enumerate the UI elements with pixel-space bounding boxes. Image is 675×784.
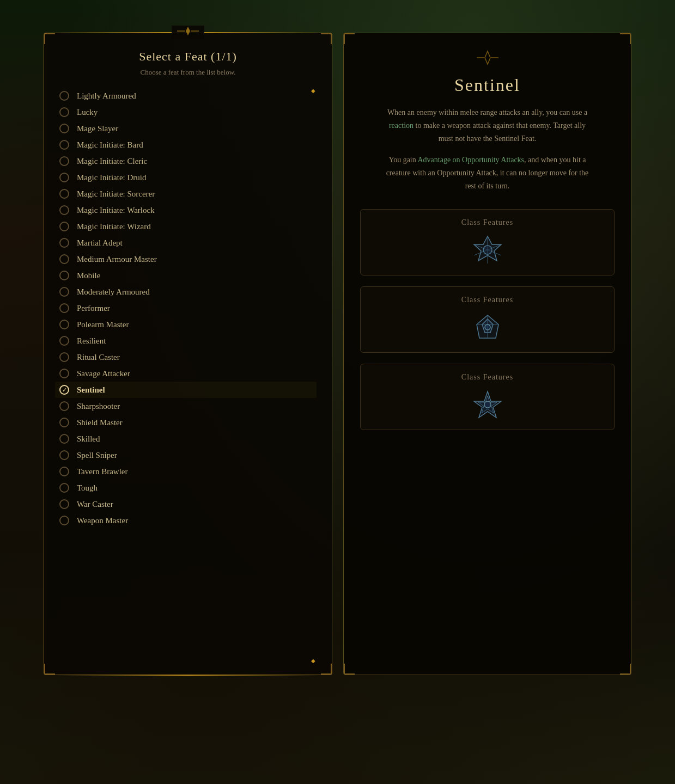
scroll-top-indicator: ◆ xyxy=(311,88,315,94)
feat-radio-18 xyxy=(59,385,69,395)
feat-radio-5 xyxy=(59,173,69,182)
feat-radio-11 xyxy=(59,271,69,280)
feat-name-12: Moderately Armoured xyxy=(77,287,150,297)
feat-radio-8 xyxy=(59,222,69,231)
class-feature-label-2: Class Features xyxy=(369,296,605,304)
class-feature-card-1: Class Features xyxy=(360,209,615,275)
feat-name-23: Tavern Brawler xyxy=(77,467,128,476)
feat-item-7[interactable]: Magic Initiate: Warlock xyxy=(55,202,317,218)
feat-radio-16 xyxy=(59,352,69,362)
feat-radio-20 xyxy=(59,418,69,427)
feat-name-3: Magic Initiate: Bard xyxy=(77,140,143,150)
feat-radio-9 xyxy=(59,238,69,248)
feat-name-16: Ritual Caster xyxy=(77,353,120,362)
panel-title: Select a Feat (1/1) xyxy=(55,50,321,64)
feat-desc-2: You gain Advantage on Opportunity Attack… xyxy=(384,154,591,192)
feat-item-16[interactable]: Ritual Caster xyxy=(55,349,317,365)
corner-tr xyxy=(321,33,332,44)
feat-item-10[interactable]: Medium Armour Master xyxy=(55,251,317,267)
feat-item-9[interactable]: Martial Adept xyxy=(55,235,317,251)
right-corner-tl xyxy=(344,33,355,44)
feat-item-17[interactable]: Savage Attacker xyxy=(55,365,317,382)
feat-radio-4 xyxy=(59,156,69,166)
svg-point-13 xyxy=(485,324,490,330)
feat-item-18[interactable]: Sentinel xyxy=(55,382,317,398)
feat-name-13: Performer xyxy=(77,304,110,313)
reaction-highlight: reaction xyxy=(389,121,413,130)
feat-detail-ornament xyxy=(477,50,498,70)
svg-marker-1 xyxy=(186,27,190,35)
class-feature-label-3: Class Features xyxy=(369,373,605,382)
feat-item-14[interactable]: Polearm Master xyxy=(55,316,317,333)
feat-radio-23 xyxy=(59,467,69,476)
svg-point-16 xyxy=(484,401,491,408)
panel-subtitle: Choose a feat from the list below. xyxy=(55,68,321,77)
svg-point-10 xyxy=(483,246,492,254)
feat-item-15[interactable]: Resilient xyxy=(55,333,317,349)
feat-item-19[interactable]: Sharpshooter xyxy=(55,398,317,414)
feat-item-3[interactable]: Magic Initiate: Bard xyxy=(55,137,317,153)
feat-item-26[interactable]: Weapon Master xyxy=(55,512,317,529)
class-feature-card-2: Class Features xyxy=(360,286,615,353)
feat-radio-26 xyxy=(59,516,69,525)
feat-item-24[interactable]: Tough xyxy=(55,480,317,496)
right-corner-tr xyxy=(620,33,631,44)
feat-name-0: Lightly Armoured xyxy=(77,91,136,101)
feat-item-11[interactable]: Mobile xyxy=(55,267,317,284)
feat-item-23[interactable]: Tavern Brawler xyxy=(55,463,317,480)
feat-name-6: Magic Initiate: Sorcerer xyxy=(77,189,155,199)
feat-name-24: Tough xyxy=(77,483,98,493)
advantage-highlight: Advantage on Opportunity Attacks xyxy=(417,156,524,164)
feat-item-20[interactable]: Shield Master xyxy=(55,414,317,431)
right-corner-bl xyxy=(344,664,355,675)
feat-name-21: Skilled xyxy=(77,434,100,444)
feat-list: Lightly ArmouredLuckyMage SlayerMagic In… xyxy=(55,88,317,529)
class-features-section: Class Features Class Features xyxy=(360,209,615,430)
feat-item-22[interactable]: Spell Sniper xyxy=(55,447,317,463)
feat-radio-7 xyxy=(59,205,69,215)
feat-name-18: Sentinel xyxy=(77,385,105,395)
feat-name-11: Mobile xyxy=(77,271,100,280)
feat-radio-24 xyxy=(59,483,69,493)
feat-item-2[interactable]: Mage Slayer xyxy=(55,120,317,137)
feat-radio-14 xyxy=(59,320,69,329)
feat-radio-3 xyxy=(59,140,69,150)
feat-item-13[interactable]: Performer xyxy=(55,300,317,316)
feat-item-8[interactable]: Magic Initiate: Wizard xyxy=(55,218,317,235)
feat-radio-6 xyxy=(59,189,69,199)
panel-top-ornament xyxy=(172,26,204,39)
right-panel: Sentinel When an enemy within melee rang… xyxy=(343,33,631,675)
feat-radio-2 xyxy=(59,124,69,133)
feat-item-1[interactable]: Lucky xyxy=(55,104,317,120)
scroll-bottom-indicator: ◆ xyxy=(311,658,315,664)
feat-name-5: Magic Initiate: Druid xyxy=(77,173,146,182)
class-feature-icon-1 xyxy=(471,234,504,266)
class-feature-card-3: Class Features xyxy=(360,364,615,430)
feat-item-0[interactable]: Lightly Armoured xyxy=(55,88,317,104)
main-container: Select a Feat (1/1) Choose a feat from t… xyxy=(44,33,631,675)
feat-name-1: Lucky xyxy=(77,108,98,117)
feat-radio-22 xyxy=(59,450,69,460)
feat-name-26: Weapon Master xyxy=(77,516,128,525)
feat-item-25[interactable]: War Caster xyxy=(55,496,317,512)
feat-name-17: Savage Attacker xyxy=(77,369,130,378)
feat-radio-21 xyxy=(59,434,69,444)
feat-item-5[interactable]: Magic Initiate: Druid xyxy=(55,169,317,186)
class-feature-label-1: Class Features xyxy=(369,218,605,227)
feat-radio-13 xyxy=(59,303,69,313)
corner-bl xyxy=(44,664,55,675)
feat-detail-title: Sentinel xyxy=(454,75,520,95)
feat-desc-1: When an enemy within melee range attacks… xyxy=(384,106,591,145)
feat-radio-25 xyxy=(59,499,69,509)
feat-list-container[interactable]: ◆ Lightly ArmouredLuckyMage SlayerMagic … xyxy=(55,88,321,664)
feat-item-4[interactable]: Magic Initiate: Cleric xyxy=(55,153,317,169)
feat-item-21[interactable]: Skilled xyxy=(55,431,317,447)
feat-name-8: Magic Initiate: Wizard xyxy=(77,222,151,231)
corner-tl xyxy=(44,33,55,44)
class-feature-icon-3 xyxy=(471,388,504,421)
feat-name-20: Shield Master xyxy=(77,418,123,427)
feat-item-12[interactable]: Moderately Armoured xyxy=(55,284,317,300)
feat-name-4: Magic Initiate: Cleric xyxy=(77,157,147,166)
feat-item-6[interactable]: Magic Initiate: Sorcerer xyxy=(55,186,317,202)
feat-name-14: Polearm Master xyxy=(77,320,129,329)
